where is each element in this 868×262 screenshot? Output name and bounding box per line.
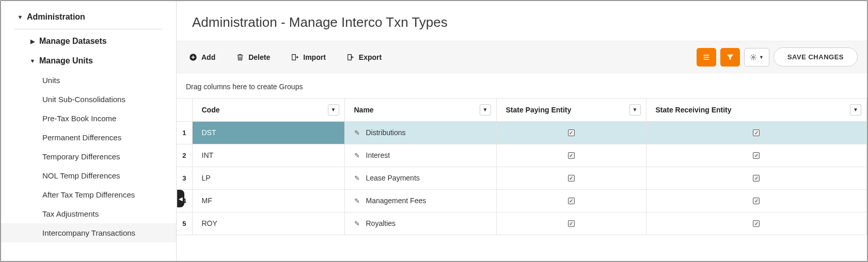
table-row[interactable]: 1DST✎Distributions✓✓ [177,121,867,144]
checkbox-sre[interactable]: ✓ [753,175,760,182]
cell-spe[interactable]: ✓ [496,189,646,212]
col-menu-code[interactable]: ▼ [328,104,339,116]
rownum-header [177,99,192,121]
col-menu-name[interactable]: ▼ [480,104,491,116]
nav-temporary-differences[interactable]: Temporary Differences [1,147,176,166]
cell-name[interactable]: ✎Interest [344,144,496,167]
delete-button[interactable]: Delete [233,51,273,63]
svg-point-1 [752,56,754,58]
col-header-spe[interactable]: State Paying Entity ▼ [496,99,646,121]
trash-icon [236,53,244,61]
table-row[interactable]: 3LP✎Lease Payments✓✓ [177,167,867,189]
nav-label: Unit Sub-Consolidations [42,95,125,104]
pencil-icon: ✎ [354,152,360,159]
checkbox-spe[interactable]: ✓ [568,220,575,227]
pencil-icon: ✎ [354,174,360,182]
row-number[interactable]: 2 [177,144,192,167]
col-label: Code [202,106,220,114]
nav-manage-units[interactable]: ▼ Manage Units [1,51,176,71]
cell-value: INT [202,151,214,159]
col-header-sre[interactable]: State Receiving Entity ▼ [646,99,867,121]
checkbox-sre[interactable]: ✓ [753,152,760,159]
nav-permanent-differences[interactable]: Permanent Differences [1,128,176,147]
cell-value: Interest [366,151,390,159]
data-grid: Code ▼ Name ▼ State Payi [177,99,867,235]
page-title: Administration - Manage Interco Txn Type… [177,1,867,41]
checkbox-spe[interactable]: ✓ [568,175,575,182]
pencil-icon: ✎ [354,197,360,205]
cell-code[interactable]: DST [192,121,344,144]
cell-sre[interactable]: ✓ [646,167,867,189]
button-label: Add [201,53,215,61]
cell-value: Management Fees [366,196,427,205]
cell-value: MF [202,196,212,205]
nav-label: Manage Units [39,56,93,66]
gear-icon [750,54,757,61]
nav-after-tax-temp-differences[interactable]: After Tax Temp Differences [1,185,176,204]
nav-intercompany-transactions[interactable]: Intercompany Transactions [1,223,176,242]
checkbox-sre[interactable]: ✓ [753,220,760,227]
table-row[interactable]: 4MF✎Management Fees✓✓ [177,189,867,212]
cell-spe[interactable]: ✓ [496,144,646,167]
cell-name[interactable]: ✎Distributions [344,121,496,144]
save-changes-button[interactable]: SAVE CHANGES [774,47,858,67]
caret-down-icon: ▼ [17,13,24,21]
caret-down-icon: ▼ [29,57,36,64]
sidebar: ▼ Administration ▶ Manage Datasets ▼ Man… [1,1,177,261]
cell-name[interactable]: ✎Royalties [344,212,496,235]
row-number[interactable]: 3 [177,167,192,189]
cell-name[interactable]: ✎Lease Payments [344,167,496,189]
table-row[interactable]: 2INT✎Interest✓✓ [177,144,867,167]
button-label: Delete [248,53,270,61]
cell-sre[interactable]: ✓ [646,212,867,235]
nav-administration[interactable]: ▼ Administration [1,7,176,27]
checkbox-spe[interactable]: ✓ [568,129,575,136]
plus-circle-icon [189,53,197,61]
chevron-left-icon: ◀ [179,196,183,202]
col-header-code[interactable]: Code ▼ [192,99,344,121]
checkbox-sre[interactable]: ✓ [753,129,760,136]
cell-spe[interactable]: ✓ [496,212,646,235]
list-icon [702,53,711,61]
divider [14,29,163,29]
nav-tax-adjustments[interactable]: Tax Adjustments [1,204,176,223]
row-number[interactable]: 5 [177,212,192,235]
add-button[interactable]: Add [186,51,218,63]
cell-code[interactable]: INT [192,144,344,167]
cell-spe[interactable]: ✓ [496,167,646,189]
cell-sre[interactable]: ✓ [646,144,867,167]
col-menu-sre[interactable]: ▼ [850,104,861,116]
cell-name[interactable]: ✎Management Fees [344,189,496,212]
checkbox-sre[interactable]: ✓ [753,198,760,204]
nav-units[interactable]: Units [1,71,176,90]
nav-pre-tax-book-income[interactable]: Pre-Tax Book Income [1,109,176,128]
cell-code[interactable]: MF [192,189,344,212]
columns-button[interactable] [697,48,716,67]
nav-manage-datasets[interactable]: ▶ Manage Datasets [1,31,176,51]
cell-sre[interactable]: ✓ [646,121,867,144]
cell-code[interactable]: LP [192,167,344,189]
cell-spe[interactable]: ✓ [496,121,646,144]
group-drop-area[interactable]: Drag columns here to create Groups [177,73,867,98]
nav-unit-sub-consolidations[interactable]: Unit Sub-Consolidations [1,90,176,109]
nav-label: Tax Adjustments [42,209,99,218]
checkbox-spe[interactable]: ✓ [568,152,575,159]
col-menu-spe[interactable]: ▼ [629,104,641,116]
cell-code[interactable]: ROY [192,212,344,235]
button-label: Export [359,53,382,61]
col-label: State Receiving Entity [656,106,732,114]
export-button[interactable]: Export [343,51,385,63]
cell-sre[interactable]: ✓ [646,189,867,212]
row-number[interactable]: 1 [177,121,192,144]
filter-button[interactable] [720,48,740,67]
sidebar-collapse-handle[interactable]: ◀ [177,190,184,207]
table-row[interactable]: 5ROY✎Royalties✓✓ [177,212,867,235]
pencil-icon: ✎ [354,220,360,227]
checkbox-spe[interactable]: ✓ [568,198,575,204]
col-header-name[interactable]: Name ▼ [344,99,496,121]
import-button[interactable]: Import [288,51,329,63]
nav-nol-temp-differences[interactable]: NOL Temp Differences [1,166,176,185]
col-label: Name [354,106,374,114]
settings-dropdown[interactable]: ▼ [744,48,769,67]
nav-label: Units [42,76,60,85]
